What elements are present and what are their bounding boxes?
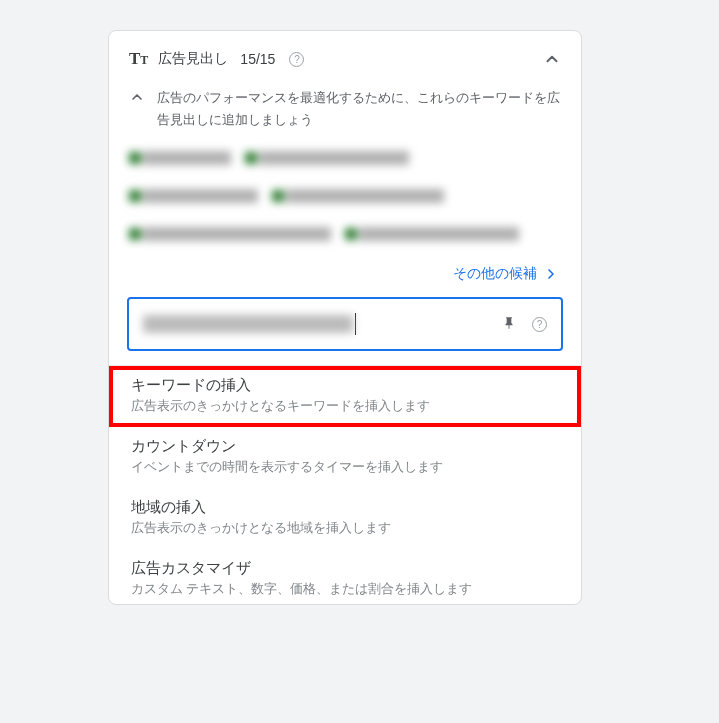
keyword-chip[interactable] (129, 223, 331, 245)
keyword-chip[interactable] (245, 147, 409, 169)
chevron-up-icon[interactable] (543, 50, 561, 68)
dropdown-item-desc: カスタム テキスト、数字、価格、または割合を挿入します (131, 581, 559, 598)
dropdown-item-title: キーワードの挿入 (131, 376, 559, 395)
panel-title: 広告見出し (158, 50, 228, 68)
keyword-chip[interactable] (129, 147, 231, 169)
help-icon[interactable]: ? (532, 317, 547, 332)
dropdown-item-title: カウントダウン (131, 437, 559, 456)
suggestion-description: 広告のパフォーマンスを最適化するために、これらのキーワードを広告見出しに追加しま… (157, 87, 561, 131)
keyword-chip[interactable] (272, 185, 444, 207)
dropdown-item-ad-customizer[interactable]: 広告カスタマイザ カスタム テキスト、数字、価格、または割合を挿入します (109, 549, 581, 604)
headline-input-text (143, 315, 353, 333)
text-format-icon: TT (129, 49, 148, 69)
keyword-suggestion-header[interactable]: 広告のパフォーマンスを最適化するために、これらのキーワードを広告見出しに追加しま… (109, 87, 581, 141)
dropdown-item-title: 地域の挿入 (131, 498, 559, 517)
text-cursor (355, 313, 356, 335)
more-candidates-link[interactable]: その他の候補 (109, 261, 581, 297)
dropdown-item-location-insert[interactable]: 地域の挿入 広告表示のきっかけとなる地域を挿入します (109, 488, 581, 549)
dropdown-item-countdown[interactable]: カウントダウン イベントまでの時間を表示するタイマーを挿入します (109, 427, 581, 488)
keyword-chip[interactable] (129, 185, 258, 207)
dropdown-item-desc: 広告表示のきっかけとなる地域を挿入します (131, 520, 559, 537)
keyword-chip[interactable] (345, 223, 519, 245)
keyword-suggestions-list (109, 141, 581, 245)
help-icon[interactable]: ? (289, 52, 304, 67)
panel-header[interactable]: TT 広告見出し 15/15 ? (109, 31, 581, 87)
insert-dropdown: キーワードの挿入 広告表示のきっかけとなるキーワードを挿入します カウントダウン… (109, 365, 581, 604)
pin-icon[interactable] (502, 316, 516, 333)
dropdown-item-keyword-insert[interactable]: キーワードの挿入 広告表示のきっかけとなるキーワードを挿入します (109, 366, 581, 427)
dropdown-item-title: 広告カスタマイザ (131, 559, 559, 578)
headline-input-container: ? (109, 297, 581, 365)
headline-input[interactable]: ? (127, 297, 563, 351)
dropdown-item-desc: イベントまでの時間を表示するタイマーを挿入します (131, 459, 559, 476)
headline-count: 15/15 (240, 51, 275, 67)
dropdown-item-desc: 広告表示のきっかけとなるキーワードを挿入します (131, 398, 559, 415)
chevron-up-icon (129, 89, 145, 109)
headlines-panel: TT 広告見出し 15/15 ? 広告のパフォーマンスを最適化するために、これら… (108, 30, 582, 605)
more-candidates-label: その他の候補 (453, 265, 537, 283)
chevron-right-icon (543, 266, 559, 282)
